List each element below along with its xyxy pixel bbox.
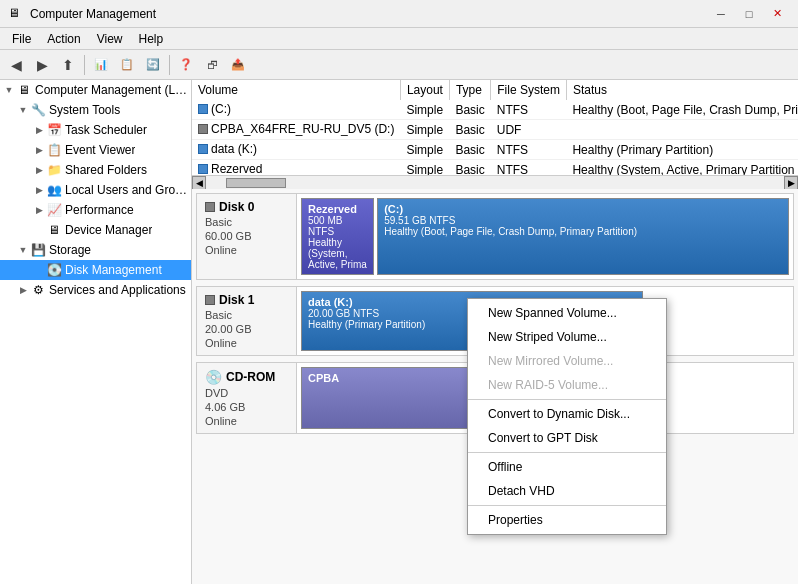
expand-performance[interactable]: ▶	[32, 203, 46, 217]
back-button[interactable]: ◀	[4, 53, 28, 77]
disk-indicator-k	[198, 144, 208, 154]
icon-disk-management: 💽	[46, 262, 62, 278]
label-storage: Storage	[49, 243, 91, 257]
cell-volume-2: data (K:)	[192, 140, 400, 160]
table-row[interactable]: (C:) Simple Basic NTFS Healthy (Boot, Pa…	[192, 100, 798, 120]
cdrom-icon: 💿	[205, 369, 222, 385]
menu-action[interactable]: Action	[39, 28, 88, 49]
cell-layout-1: Simple	[400, 120, 449, 140]
tree-item-services[interactable]: ▶ ⚙ Services and Applications	[0, 280, 191, 300]
close-button[interactable]: ✕	[764, 4, 790, 24]
horizontal-scrollbar[interactable]: ◀ ▶	[192, 175, 798, 189]
table-row[interactable]: Rezerved Simple Basic NTFS Healthy (Syst…	[192, 160, 798, 176]
icon-performance: 📈	[46, 202, 62, 218]
expand-task-scheduler[interactable]: ▶	[32, 123, 46, 137]
col-type[interactable]: Type	[449, 80, 490, 100]
expand-storage[interactable]: ▼	[16, 243, 30, 257]
disk-1-status: Online	[205, 337, 288, 349]
volume-icon-c: (C:)	[198, 102, 231, 116]
label-local-users: Local Users and Groups	[65, 183, 191, 197]
cell-layout-0: Simple	[400, 100, 449, 120]
ctx-sep-2	[468, 452, 666, 453]
volume-table: Volume Layout Type File System Status	[192, 80, 798, 175]
app-icon: 🖥	[8, 6, 24, 22]
up-button[interactable]: ⬆	[56, 53, 80, 77]
ctx-detach-vhd[interactable]: Detach VHD	[468, 479, 666, 503]
properties-button[interactable]: 📋	[115, 53, 139, 77]
expand-event-viewer[interactable]: ▶	[32, 143, 46, 157]
icon-device-manager: 🖥	[46, 222, 62, 238]
expand-services[interactable]: ▶	[16, 283, 30, 297]
ctx-offline[interactable]: Offline	[468, 455, 666, 479]
tree-item-task-scheduler[interactable]: ▶ 📅 Task Scheduler	[0, 120, 191, 140]
volume-table-container[interactable]: Volume Layout Type File System Status	[192, 80, 798, 175]
tree-item-performance[interactable]: ▶ 📈 Performance	[0, 200, 191, 220]
ctx-new-striped[interactable]: New Striped Volume...	[468, 325, 666, 349]
table-row[interactable]: data (K:) Simple Basic NTFS Healthy (Pri…	[192, 140, 798, 160]
ctx-properties[interactable]: Properties	[468, 508, 666, 532]
ctx-convert-dynamic[interactable]: Convert to Dynamic Disk...	[468, 402, 666, 426]
cell-type-2: Basic	[449, 140, 490, 160]
disk-1-size: 20.00 GB	[205, 323, 288, 335]
label-services: Services and Applications	[49, 283, 186, 297]
tree-item-system-tools[interactable]: ▼ 🔧 System Tools	[0, 100, 191, 120]
label-root: Computer Management (Local	[35, 83, 191, 97]
tree-item-shared-folders[interactable]: ▶ 📁 Shared Folders	[0, 160, 191, 180]
partition-0-1-status: Healthy (Boot, Page File, Crash Dump, Pr…	[384, 226, 782, 237]
disk-0-size: 60.00 GB	[205, 230, 288, 242]
disk-0-partition-1[interactable]: (C:) 59.51 GB NTFS Healthy (Boot, Page F…	[377, 198, 789, 275]
menu-view[interactable]: View	[89, 28, 131, 49]
refresh-button[interactable]: 🔄	[141, 53, 165, 77]
export-button[interactable]: 📤	[226, 53, 250, 77]
cdrom-type: DVD	[205, 387, 288, 399]
partition-0-0-status: Healthy (System, Active, Prima	[308, 237, 367, 270]
partition-0-0-name: Rezerved	[308, 203, 367, 215]
help-button[interactable]: ❓	[174, 53, 198, 77]
expand-root[interactable]: ▼	[2, 83, 16, 97]
cdrom-status: Online	[205, 415, 288, 427]
col-layout[interactable]: Layout	[400, 80, 449, 100]
label-system-tools: System Tools	[49, 103, 120, 117]
menu-help[interactable]: Help	[131, 28, 172, 49]
new-window-button[interactable]: 🗗	[200, 53, 224, 77]
tree-item-event-viewer[interactable]: ▶ 📋 Event Viewer	[0, 140, 191, 160]
maximize-button[interactable]: □	[736, 4, 762, 24]
disk-0-type: Basic	[205, 216, 288, 228]
col-status[interactable]: Status	[566, 80, 798, 100]
tree-item-disk-management[interactable]: ▶ 💽 Disk Management	[0, 260, 191, 280]
expand-system-tools[interactable]: ▼	[16, 103, 30, 117]
disk-0-partitions: Rezerved 500 MB NTFS Healthy (System, Ac…	[297, 194, 793, 279]
scroll-right-btn[interactable]: ▶	[784, 176, 798, 190]
volume-icon-rezerved: Rezerved	[198, 162, 262, 175]
col-filesystem[interactable]: File System	[491, 80, 567, 100]
icon-event-viewer: 📋	[46, 142, 62, 158]
tree-item-root[interactable]: ▼ 🖥 Computer Management (Local	[0, 80, 191, 100]
scroll-thumb[interactable]	[226, 178, 286, 188]
disk-0-indicator	[205, 202, 215, 212]
disk-1-indicator	[205, 295, 215, 305]
expand-shared-folders[interactable]: ▶	[32, 163, 46, 177]
label-event-viewer: Event Viewer	[65, 143, 135, 157]
ctx-convert-gpt[interactable]: Convert to GPT Disk	[468, 426, 666, 450]
table-body: (C:) Simple Basic NTFS Healthy (Boot, Pa…	[192, 100, 798, 175]
disk-0-partition-0[interactable]: Rezerved 500 MB NTFS Healthy (System, Ac…	[301, 198, 374, 275]
tree-panel: ▼ 🖥 Computer Management (Local ▼ 🔧 Syste…	[0, 80, 192, 584]
ctx-new-spanned[interactable]: New Spanned Volume...	[468, 301, 666, 325]
show-hide-button[interactable]: 📊	[89, 53, 113, 77]
forward-button[interactable]: ▶	[30, 53, 54, 77]
scroll-left-btn[interactable]: ◀	[192, 176, 206, 190]
tree-item-storage[interactable]: ▼ 💾 Storage	[0, 240, 191, 260]
menu-file[interactable]: File	[4, 28, 39, 49]
window-title: Computer Management	[30, 7, 156, 21]
cell-type-3: Basic	[449, 160, 490, 176]
volume-icon-d: CPBA_X64FRE_RU-RU_DV5 (D:)	[198, 122, 394, 136]
tree-item-local-users[interactable]: ▶ 👥 Local Users and Groups	[0, 180, 191, 200]
minimize-button[interactable]: ─	[708, 4, 734, 24]
expand-local-users[interactable]: ▶	[32, 183, 46, 197]
tree-item-device-manager[interactable]: ▶ 🖥 Device Manager	[0, 220, 191, 240]
col-volume[interactable]: Volume	[192, 80, 400, 100]
icon-local-users: 👥	[46, 182, 62, 198]
cell-status-1	[566, 120, 798, 140]
table-row[interactable]: CPBA_X64FRE_RU-RU_DV5 (D:) Simple Basic …	[192, 120, 798, 140]
toolbar: ◀ ▶ ⬆ 📊 📋 🔄 ❓ 🗗 📤	[0, 50, 798, 80]
